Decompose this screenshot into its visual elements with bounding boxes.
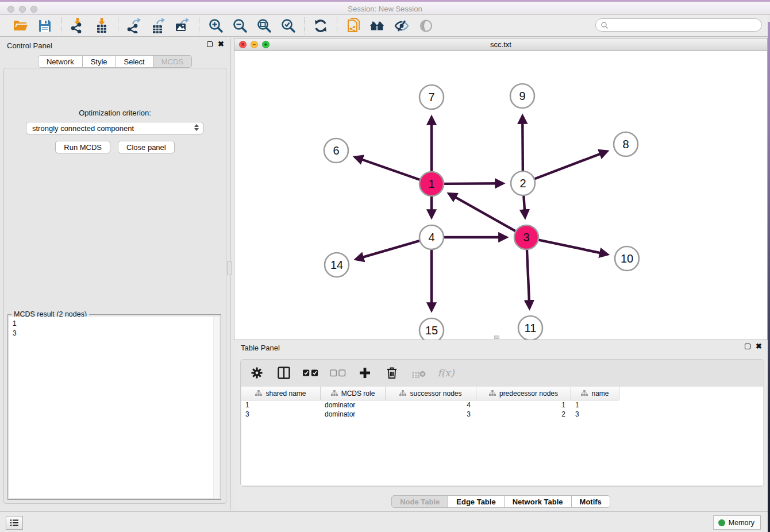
table-cell: 1 (476, 400, 571, 410)
edge-1-6[interactable] (355, 157, 419, 180)
add-column-icon[interactable] (357, 365, 373, 381)
list-icon (10, 519, 19, 527)
control-panel-tabs: NetworkStyleSelectMCDS (0, 55, 230, 68)
table-cell: 1 (241, 400, 321, 410)
tab-style[interactable]: Style (83, 55, 116, 68)
memory-label: Memory (729, 519, 754, 527)
memory-button[interactable]: Memory (713, 515, 761, 530)
tab-motifs[interactable]: Motifs (572, 495, 610, 508)
settings-gear-icon[interactable] (249, 365, 265, 381)
control-panel-header: Control Panel ✖ (0, 38, 230, 53)
tab-select[interactable]: Select (116, 55, 153, 68)
tab-edge-table[interactable]: Edge Table (448, 495, 504, 508)
horizontal-scroll-grip[interactable] (494, 336, 499, 339)
graph-node-6[interactable]: 6 (324, 138, 348, 163)
tab-node-table[interactable]: Node Table (391, 495, 448, 508)
network-window-titlebar: × − + scc.txt (234, 38, 767, 51)
zoom-selected-icon[interactable] (280, 18, 296, 34)
network-view-window: × − + scc.txt 7968124314101511 (234, 38, 768, 340)
table-row[interactable]: 3dominator323 (241, 410, 763, 419)
home-icon[interactable] (369, 18, 386, 34)
svg-text:3: 3 (523, 231, 529, 244)
panel-divider-grip[interactable] (227, 261, 232, 275)
graph-node-15[interactable]: 15 (419, 318, 444, 340)
float-table-panel-icon[interactable] (745, 344, 750, 349)
graph-node-1[interactable]: 1 (419, 172, 444, 196)
float-panel-icon[interactable] (207, 41, 213, 47)
column-header-MCDS-role[interactable]: MCDS role (321, 387, 386, 400)
table-container: f(x) shared nameMCDS rolesuccessor nodes… (240, 359, 764, 487)
result-scrollbar[interactable] (213, 317, 220, 498)
graph-node-9[interactable]: 9 (510, 84, 534, 108)
delete-table-icon (411, 365, 427, 381)
show-graphics-details-icon[interactable] (418, 18, 434, 34)
zoom-in-icon[interactable] (207, 18, 224, 34)
table-cell: 4 (386, 400, 476, 410)
column-header-predecessor-nodes[interactable]: predecessor nodes (476, 387, 571, 400)
mcds-result-line: 1 (13, 319, 220, 329)
close-panel-button[interactable]: Close panel (118, 141, 175, 153)
delete-column-icon[interactable] (384, 365, 400, 381)
svg-text:1: 1 (428, 178, 434, 190)
close-panel-icon[interactable]: ✖ (218, 41, 224, 47)
tab-mcds[interactable]: MCDS (153, 55, 192, 68)
table-cell: 3 (571, 410, 619, 419)
export-image-icon[interactable] (175, 18, 191, 34)
tab-network-table[interactable]: Network Table (505, 495, 572, 508)
run-mcds-button[interactable]: Run MCDS (55, 141, 110, 153)
export-table-icon[interactable] (151, 18, 167, 34)
refresh-layout-icon[interactable] (313, 18, 329, 34)
node-table[interactable]: shared nameMCDS rolesuccessor nodesprede… (241, 387, 763, 485)
close-table-panel-icon[interactable]: ✖ (756, 344, 762, 349)
network-graph-canvas[interactable]: 7968124314101511 (234, 51, 767, 340)
edge-1-2[interactable] (444, 183, 503, 184)
import-table-icon[interactable] (94, 18, 110, 34)
graph-node-8[interactable]: 8 (614, 132, 638, 156)
split-panel-icon[interactable] (276, 365, 292, 381)
column-header-shared-name[interactable]: shared name (241, 387, 321, 400)
graph-node-7[interactable]: 7 (419, 85, 444, 109)
edge-3-11[interactable] (527, 250, 529, 308)
graph-node-14[interactable]: 14 (325, 253, 349, 277)
table-panel-header: Table Panel ✖ (234, 340, 768, 355)
graph-node-3[interactable]: 3 (514, 225, 538, 249)
edge-3-10[interactable] (539, 240, 607, 255)
mcds-result-textarea[interactable]: 13 (9, 317, 220, 498)
edge-3-1[interactable] (449, 194, 515, 231)
table-cell: dominator (321, 400, 386, 410)
clone-network-icon[interactable] (345, 18, 361, 34)
column-header-name[interactable]: name (571, 387, 619, 400)
table-panel: Table Panel ✖ f(x) shared nameMCDS roles… (234, 340, 768, 511)
edge-4-14[interactable] (356, 241, 419, 259)
edge-2-9[interactable] (522, 116, 523, 171)
optimization-criterion-select[interactable]: strongly connected component (26, 122, 203, 134)
graph-node-4[interactable]: 4 (419, 225, 444, 249)
graph-node-11[interactable]: 11 (518, 316, 542, 340)
import-network-icon[interactable] (70, 18, 86, 34)
svg-text:10: 10 (621, 252, 633, 265)
graph-node-2[interactable]: 2 (511, 171, 535, 195)
tab-network[interactable]: Network (38, 55, 83, 68)
zoom-out-icon[interactable] (232, 18, 248, 34)
table-panel-title: Table Panel (241, 344, 280, 352)
table-cell: 2 (476, 410, 571, 419)
graph-node-10[interactable]: 10 (615, 246, 639, 271)
search-input[interactable] (595, 18, 762, 32)
open-folder-icon[interactable] (13, 18, 29, 34)
zoom-fit-icon[interactable] (256, 18, 272, 34)
edge-2-3[interactable] (523, 196, 525, 217)
select-all-checks-icon[interactable] (303, 365, 319, 381)
save-file-icon[interactable] (37, 18, 53, 34)
edge-2-8[interactable] (535, 151, 607, 179)
hide-graphics-details-icon[interactable] (394, 18, 410, 34)
function-builder-icon: f(x) (438, 365, 454, 381)
column-header-successor-nodes[interactable]: successor nodes (386, 387, 476, 400)
deselect-all-checks-icon[interactable] (330, 365, 346, 381)
export-network-icon[interactable] (126, 18, 143, 34)
svg-text:14: 14 (330, 259, 343, 271)
table-toolbar: f(x) (249, 364, 454, 381)
table-row[interactable]: 1dominator411 (241, 400, 763, 410)
svg-text:2: 2 (519, 177, 526, 190)
task-history-button[interactable] (6, 516, 23, 530)
memory-status-dot (718, 519, 725, 526)
